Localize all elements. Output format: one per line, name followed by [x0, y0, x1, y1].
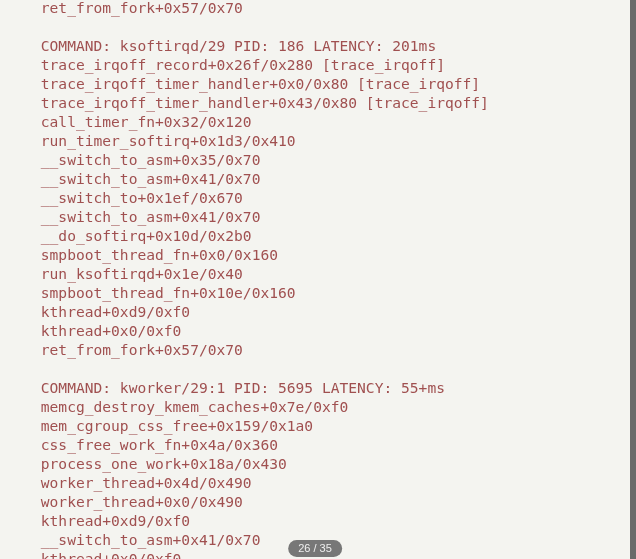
- page-wrap: ret_from_fork+0x57/0x70 COMMAND: ksoftir…: [0, 0, 636, 559]
- page-indicator: 26 / 35: [288, 540, 342, 557]
- trace-content: ret_from_fork+0x57/0x70 COMMAND: ksoftir…: [32, 0, 618, 559]
